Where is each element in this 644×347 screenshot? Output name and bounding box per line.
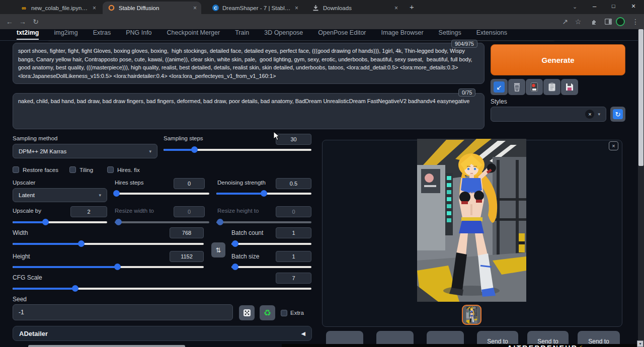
generated-image[interactable] (417, 139, 526, 302)
browser-tab-colab[interactable]: ∞ new_colab_file.ipynb - Colaborati × (15, 2, 101, 14)
tab-close-icon[interactable]: × (93, 5, 96, 12)
resize-width-to-value: 0 (174, 206, 205, 217)
download-icon (312, 4, 319, 12)
page-scrollbar-thumb[interactable] (638, 29, 643, 166)
extra-seed-checkbox[interactable] (281, 310, 287, 316)
tab-extensions[interactable]: Extensions (476, 29, 507, 39)
styles-refresh-button[interactable]: ↻ (610, 107, 625, 122)
prompt-input[interactable]: sport shoes, fighter, fight, fight Glove… (13, 43, 485, 84)
window-minimize-button[interactable]: – (593, 3, 596, 10)
tab-checkpoint-merger[interactable]: Checkpoint Merger (167, 29, 220, 39)
flower-card-icon (531, 82, 538, 92)
extra-seed-label: Extra (290, 310, 304, 316)
sampling-steps-slider[interactable] (164, 146, 311, 153)
width-value[interactable]: 768 (170, 227, 204, 238)
chevron-down-icon: ▾ (149, 149, 151, 154)
scrollbar-down-button[interactable]: ▾ (637, 340, 643, 347)
random-seed-button[interactable] (239, 305, 255, 320)
cfg-scale-slider[interactable] (13, 285, 311, 292)
tab-train[interactable]: Train (235, 29, 249, 39)
batch-size-slider[interactable] (231, 264, 311, 270)
sampling-steps-value[interactable]: 30 (276, 134, 311, 145)
swap-width-height-button[interactable]: ⇅ (211, 242, 225, 257)
chevron-down-icon: ▾ (99, 193, 101, 198)
tab-close-icon[interactable]: × (394, 5, 398, 12)
back-button[interactable]: ← (4, 16, 15, 27)
reload-button[interactable]: ↻ (30, 16, 41, 27)
styles-label: Styles (491, 98, 507, 105)
tab-txt2img[interactable]: txt2img (17, 29, 39, 40)
adetailer-label: ADetailer (19, 330, 48, 337)
tab-img2img[interactable]: img2img (54, 29, 77, 39)
recycle-icon: ♻ (264, 308, 271, 318)
restore-faces-checkbox[interactable] (13, 166, 19, 173)
screen: ∞ new_colab_file.ipynb - Colaborati × St… (0, 0, 644, 347)
width-slider[interactable] (13, 240, 204, 247)
clear-prompt-button[interactable] (508, 79, 525, 95)
window-close-button[interactable]: × (631, 2, 635, 10)
cfg-scale-value[interactable]: 7 (276, 273, 311, 284)
share-icon[interactable]: ↗ (559, 16, 571, 27)
tab-3d-openpose[interactable]: 3D Openpose (264, 29, 303, 39)
batch-count-slider[interactable] (231, 240, 311, 247)
hires-fix-checkbox[interactable] (107, 166, 114, 173)
sampling-steps-label: Sampling steps (164, 135, 203, 141)
tab-image-browser[interactable]: Image Browser (381, 29, 424, 39)
new-tab-button[interactable]: + (410, 3, 414, 11)
sampling-method-dropdown[interactable]: DPM++ 2M Karras ▾ (13, 144, 157, 158)
styles-clear-icon[interactable]: × (585, 110, 594, 119)
batch-size-value[interactable]: 1 (276, 251, 311, 262)
upscaler-label: Upscaler (13, 180, 35, 186)
reuse-seed-button[interactable]: ♻ (260, 305, 275, 320)
bookmark-star-icon[interactable]: ☆ (573, 16, 584, 27)
hires-steps-slider[interactable] (115, 190, 209, 197)
extra-networks-button[interactable] (526, 79, 543, 95)
forward-button[interactable]: → (17, 16, 28, 27)
styles-dropdown[interactable]: × ▾ (491, 107, 606, 122)
side-panel-icon[interactable] (603, 16, 614, 27)
tab-close-icon[interactable]: × (193, 5, 197, 12)
batch-size-label: Batch size (231, 253, 259, 260)
height-value[interactable]: 1152 (170, 251, 204, 262)
hires-steps-value[interactable]: 0 (174, 178, 205, 189)
batch-count-value[interactable]: 1 (276, 227, 311, 238)
paste-generation-params-button[interactable]: ↙ (491, 79, 508, 95)
mouse-cursor (273, 131, 280, 141)
browser-tab-civitai[interactable]: C DreamShaper - 7 | Stable Diffusio × (207, 2, 303, 14)
civitai-icon: C (212, 5, 219, 11)
upscale-by-value[interactable]: 2 (70, 206, 107, 217)
adetailer-accordion[interactable]: ADetailer ◀ (13, 326, 312, 341)
webui-tab-bar: txt2img img2img Extras PNG Info Checkpoi… (0, 29, 638, 41)
height-slider[interactable] (13, 264, 204, 270)
gallery-thumbnail-selected[interactable] (462, 305, 481, 325)
browser-tab-stable-diffusion[interactable]: Stable Diffusion × (103, 2, 201, 14)
denoising-strength-slider[interactable] (216, 190, 311, 197)
generate-button[interactable]: Generate (491, 44, 625, 75)
tab-settings[interactable]: Settings (439, 29, 461, 39)
accordion-collapse-icon: ◀ (301, 330, 305, 337)
tiling-checkbox[interactable] (69, 166, 76, 173)
tab-extras[interactable]: Extras (93, 29, 111, 39)
tab-openpose-editor[interactable]: OpenPose Editor (318, 29, 366, 39)
sampling-method-label: Sampling method (13, 135, 58, 141)
negative-prompt-input[interactable]: naked, child, bad hand, bad draw, bad dr… (13, 93, 485, 129)
browser-tab-downloads[interactable]: Downloads × (307, 2, 403, 14)
denoising-strength-value[interactable]: 0.5 (276, 178, 311, 189)
upscaler-value: Latent (19, 192, 35, 198)
seed-input[interactable]: -1 (13, 304, 233, 320)
tab-title: new_colab_file.ipynb - Colaborati (31, 5, 90, 11)
width-label: Width (13, 229, 28, 236)
seed-label: Seed (13, 296, 27, 303)
save-style-button[interactable] (561, 79, 578, 95)
tab-close-icon[interactable]: × (295, 5, 298, 12)
upscale-by-slider[interactable] (13, 219, 107, 225)
apply-styles-button[interactable] (543, 79, 560, 95)
tab-search-icon[interactable]: ⌄ (573, 4, 577, 10)
tab-png-info[interactable]: PNG Info (126, 29, 151, 39)
upscaler-dropdown[interactable]: Latent ▾ (13, 188, 107, 202)
browser-menu-icon[interactable]: ⋮ (630, 16, 641, 27)
window-maximize-button[interactable]: □ (612, 3, 615, 9)
extensions-puzzle-icon[interactable] (589, 16, 600, 27)
gallery-close-button[interactable]: × (609, 141, 618, 150)
profile-avatar[interactable] (615, 16, 626, 27)
